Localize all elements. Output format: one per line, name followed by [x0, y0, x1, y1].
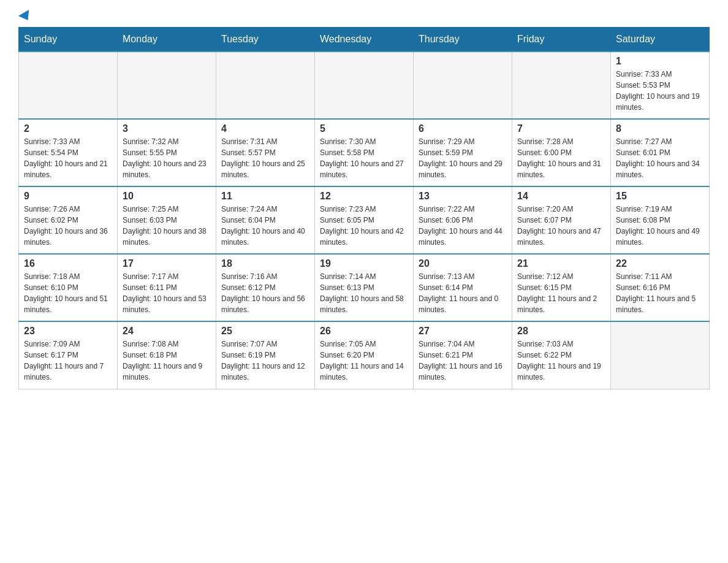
calendar-cell: 13Sunrise: 7:22 AMSunset: 6:06 PMDayligh… — [414, 186, 512, 254]
day-number: 10 — [123, 191, 211, 202]
calendar-cell — [216, 52, 315, 119]
calendar-week-3: 9Sunrise: 7:26 AMSunset: 6:02 PMDaylight… — [19, 186, 710, 254]
day-number: 2 — [24, 123, 112, 134]
calendar-week-4: 16Sunrise: 7:18 AMSunset: 6:10 PMDayligh… — [19, 254, 710, 321]
column-header-thursday: Thursday — [414, 28, 512, 52]
day-info: Sunrise: 7:08 AMSunset: 6:18 PMDaylight:… — [123, 339, 211, 383]
column-header-sunday: Sunday — [19, 28, 118, 52]
calendar-cell: 23Sunrise: 7:09 AMSunset: 6:17 PMDayligh… — [19, 321, 118, 389]
calendar-week-1: 1Sunrise: 7:33 AMSunset: 5:53 PMDaylight… — [19, 52, 710, 119]
calendar-cell: 15Sunrise: 7:19 AMSunset: 6:08 PMDayligh… — [611, 186, 710, 254]
column-header-saturday: Saturday — [611, 28, 710, 52]
column-header-monday: Monday — [118, 28, 216, 52]
day-info: Sunrise: 7:09 AMSunset: 6:17 PMDaylight:… — [24, 339, 112, 383]
day-info: Sunrise: 7:19 AMSunset: 6:08 PMDaylight:… — [616, 204, 704, 248]
day-info: Sunrise: 7:04 AMSunset: 6:21 PMDaylight:… — [419, 339, 507, 383]
day-info: Sunrise: 7:30 AMSunset: 5:58 PMDaylight:… — [320, 136, 408, 180]
day-info: Sunrise: 7:27 AMSunset: 6:01 PMDaylight:… — [616, 136, 704, 180]
day-info: Sunrise: 7:23 AMSunset: 6:05 PMDaylight:… — [320, 204, 408, 248]
column-header-friday: Friday — [512, 28, 611, 52]
day-number: 7 — [517, 123, 605, 134]
day-number: 23 — [24, 326, 112, 337]
calendar-cell: 25Sunrise: 7:07 AMSunset: 6:19 PMDayligh… — [216, 321, 315, 389]
day-info: Sunrise: 7:22 AMSunset: 6:06 PMDaylight:… — [419, 204, 507, 248]
day-number: 28 — [517, 326, 605, 337]
day-number: 20 — [419, 258, 507, 269]
day-info: Sunrise: 7:11 AMSunset: 6:16 PMDaylight:… — [616, 271, 704, 315]
day-number: 22 — [616, 258, 704, 269]
calendar-cell — [512, 52, 611, 119]
day-info: Sunrise: 7:28 AMSunset: 6:00 PMDaylight:… — [517, 136, 605, 180]
day-number: 15 — [616, 191, 704, 202]
calendar-header-row: SundayMondayTuesdayWednesdayThursdayFrid… — [19, 28, 710, 52]
day-info: Sunrise: 7:32 AMSunset: 5:55 PMDaylight:… — [123, 136, 211, 180]
day-info: Sunrise: 7:29 AMSunset: 5:59 PMDaylight:… — [419, 136, 507, 180]
day-info: Sunrise: 7:20 AMSunset: 6:07 PMDaylight:… — [517, 204, 605, 248]
calendar-cell: 7Sunrise: 7:28 AMSunset: 6:00 PMDaylight… — [512, 119, 611, 186]
calendar-cell: 11Sunrise: 7:24 AMSunset: 6:04 PMDayligh… — [216, 186, 315, 254]
day-number: 24 — [123, 326, 211, 337]
calendar-cell: 20Sunrise: 7:13 AMSunset: 6:14 PMDayligh… — [414, 254, 512, 321]
calendar-cell: 2Sunrise: 7:33 AMSunset: 5:54 PMDaylight… — [19, 119, 118, 186]
day-info: Sunrise: 7:16 AMSunset: 6:12 PMDaylight:… — [221, 271, 309, 315]
calendar-cell: 1Sunrise: 7:33 AMSunset: 5:53 PMDaylight… — [611, 52, 710, 119]
calendar-cell: 26Sunrise: 7:05 AMSunset: 6:20 PMDayligh… — [315, 321, 414, 389]
calendar-cell — [19, 52, 118, 119]
calendar-cell: 3Sunrise: 7:32 AMSunset: 5:55 PMDaylight… — [118, 119, 216, 186]
calendar-cell: 14Sunrise: 7:20 AMSunset: 6:07 PMDayligh… — [512, 186, 611, 254]
day-info: Sunrise: 7:33 AMSunset: 5:53 PMDaylight:… — [616, 69, 704, 113]
day-number: 3 — [123, 123, 211, 134]
day-info: Sunrise: 7:07 AMSunset: 6:19 PMDaylight:… — [221, 339, 309, 383]
calendar-cell: 10Sunrise: 7:25 AMSunset: 6:03 PMDayligh… — [118, 186, 216, 254]
calendar-cell: 8Sunrise: 7:27 AMSunset: 6:01 PMDaylight… — [611, 119, 710, 186]
day-info: Sunrise: 7:17 AMSunset: 6:11 PMDaylight:… — [123, 271, 211, 315]
day-info: Sunrise: 7:12 AMSunset: 6:15 PMDaylight:… — [517, 271, 605, 315]
calendar-cell: 22Sunrise: 7:11 AMSunset: 6:16 PMDayligh… — [611, 254, 710, 321]
day-number: 6 — [419, 123, 507, 134]
day-number: 1 — [616, 56, 704, 67]
calendar-cell — [611, 321, 710, 389]
day-number: 13 — [419, 191, 507, 202]
day-number: 8 — [616, 123, 704, 134]
calendar-cell: 18Sunrise: 7:16 AMSunset: 6:12 PMDayligh… — [216, 254, 315, 321]
calendar-cell — [118, 52, 216, 119]
calendar-cell: 5Sunrise: 7:30 AMSunset: 5:58 PMDaylight… — [315, 119, 414, 186]
logo-triangle-icon — [18, 10, 33, 23]
day-info: Sunrise: 7:33 AMSunset: 5:54 PMDaylight:… — [24, 136, 112, 180]
day-number: 12 — [320, 191, 408, 202]
day-info: Sunrise: 7:05 AMSunset: 6:20 PMDaylight:… — [320, 339, 408, 383]
day-number: 11 — [221, 191, 309, 202]
calendar-cell: 19Sunrise: 7:14 AMSunset: 6:13 PMDayligh… — [315, 254, 414, 321]
page-header — [18, 12, 710, 21]
day-number: 19 — [320, 258, 408, 269]
day-info: Sunrise: 7:26 AMSunset: 6:02 PMDaylight:… — [24, 204, 112, 248]
day-number: 26 — [320, 326, 408, 337]
calendar-week-5: 23Sunrise: 7:09 AMSunset: 6:17 PMDayligh… — [19, 321, 710, 389]
calendar-week-2: 2Sunrise: 7:33 AMSunset: 5:54 PMDaylight… — [19, 119, 710, 186]
day-number: 14 — [517, 191, 605, 202]
day-number: 4 — [221, 123, 309, 134]
day-number: 17 — [123, 258, 211, 269]
day-info: Sunrise: 7:25 AMSunset: 6:03 PMDaylight:… — [123, 204, 211, 248]
calendar-cell: 17Sunrise: 7:17 AMSunset: 6:11 PMDayligh… — [118, 254, 216, 321]
day-info: Sunrise: 7:13 AMSunset: 6:14 PMDaylight:… — [419, 271, 507, 315]
day-info: Sunrise: 7:24 AMSunset: 6:04 PMDaylight:… — [221, 204, 309, 248]
day-number: 25 — [221, 326, 309, 337]
day-info: Sunrise: 7:14 AMSunset: 6:13 PMDaylight:… — [320, 271, 408, 315]
day-number: 21 — [517, 258, 605, 269]
day-info: Sunrise: 7:31 AMSunset: 5:57 PMDaylight:… — [221, 136, 309, 180]
calendar-cell — [414, 52, 512, 119]
calendar-cell: 12Sunrise: 7:23 AMSunset: 6:05 PMDayligh… — [315, 186, 414, 254]
day-number: 18 — [221, 258, 309, 269]
calendar-cell — [315, 52, 414, 119]
calendar-cell: 24Sunrise: 7:08 AMSunset: 6:18 PMDayligh… — [118, 321, 216, 389]
calendar-cell: 6Sunrise: 7:29 AMSunset: 5:59 PMDaylight… — [414, 119, 512, 186]
day-info: Sunrise: 7:03 AMSunset: 6:22 PMDaylight:… — [517, 339, 605, 383]
calendar-cell: 16Sunrise: 7:18 AMSunset: 6:10 PMDayligh… — [19, 254, 118, 321]
column-header-tuesday: Tuesday — [216, 28, 315, 52]
calendar-cell: 9Sunrise: 7:26 AMSunset: 6:02 PMDaylight… — [19, 186, 118, 254]
calendar-cell: 27Sunrise: 7:04 AMSunset: 6:21 PMDayligh… — [414, 321, 512, 389]
calendar-cell: 4Sunrise: 7:31 AMSunset: 5:57 PMDaylight… — [216, 119, 315, 186]
column-header-wednesday: Wednesday — [315, 28, 414, 52]
calendar-table: SundayMondayTuesdayWednesdayThursdayFrid… — [18, 27, 710, 389]
